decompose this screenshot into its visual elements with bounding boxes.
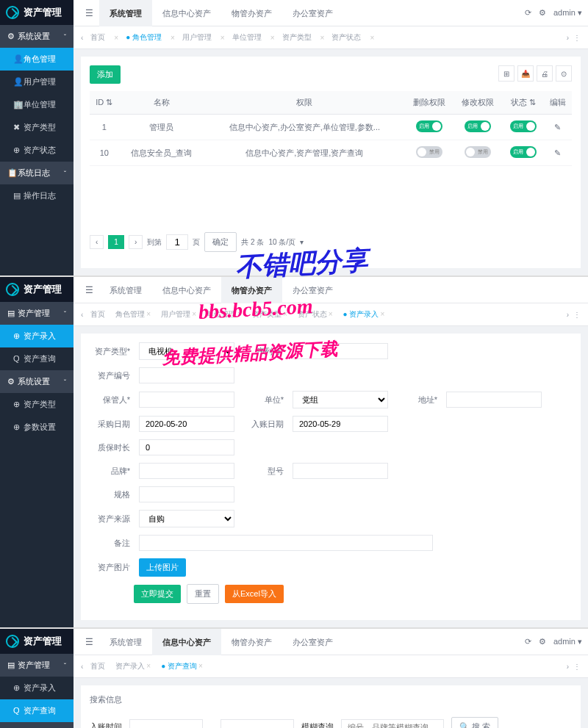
menu-section-asset[interactable]: ▤资产管理ˇ: [0, 654, 74, 677]
more-icon[interactable]: ⋮: [573, 34, 581, 42]
sidebar-item-query[interactable]: Q资产查询: [0, 347, 74, 370]
page-1[interactable]: 1: [108, 235, 124, 249]
bc-home[interactable]: 首页: [87, 660, 108, 673]
tab-info-center[interactable]: 信息中心资产: [152, 277, 221, 303]
warranty-input[interactable]: [139, 439, 234, 455]
tab-office[interactable]: 办公室资产: [282, 629, 343, 655]
source-select[interactable]: 自购: [139, 510, 234, 527]
close-icon[interactable]: ×: [114, 34, 118, 42]
close-icon[interactable]: ×: [370, 34, 374, 42]
page-input[interactable]: [166, 234, 188, 250]
bc-entry[interactable]: ● 资产录入×: [340, 308, 388, 321]
tab-info-center[interactable]: 信息中心资产: [152, 629, 221, 655]
bc-home[interactable]: 首页: [87, 308, 108, 321]
chevron-left-icon[interactable]: ‹: [81, 663, 83, 671]
chevron-left-icon[interactable]: ‹: [81, 311, 83, 319]
close-icon[interactable]: ×: [220, 34, 225, 42]
bc-entry[interactable]: 资产录入×: [112, 660, 154, 673]
sidebar-item-user[interactable]: 👤用户管理: [0, 71, 74, 93]
dashboard-icon[interactable]: ⚙: [539, 637, 546, 646]
add-button[interactable]: 添加: [90, 65, 121, 84]
chevron-right-icon[interactable]: ›: [567, 311, 569, 319]
menu-toggle-icon[interactable]: ☰: [79, 8, 99, 18]
bc-type[interactable]: 资产类型×: [249, 308, 290, 321]
tab-office[interactable]: 办公室资产: [282, 277, 343, 303]
print-icon[interactable]: 🖨: [537, 65, 553, 82]
bc-status[interactable]: 资产状态×: [295, 308, 336, 321]
fuzzy-input[interactable]: [341, 719, 444, 729]
bc-role[interactable]: ● 角色管理: [123, 31, 165, 44]
refresh-icon[interactable]: ⟳: [525, 637, 531, 646]
sidebar-item-type[interactable]: ✖资产类型: [0, 116, 74, 139]
tab-property[interactable]: 物管办资产: [221, 277, 282, 303]
sidebar-item-params[interactable]: ⊕参数设置: [0, 416, 74, 439]
model-input[interactable]: [293, 463, 388, 479]
tab-office[interactable]: 办公室资产: [282, 0, 343, 26]
tab-property[interactable]: 物管办资产: [221, 629, 282, 655]
prev-page[interactable]: ‹: [90, 235, 104, 249]
time-from-input[interactable]: [129, 719, 203, 729]
export-icon[interactable]: 📥: [517, 65, 534, 82]
bc-home[interactable]: 首页: [87, 31, 108, 44]
bc-unit[interactable]: 单位管理×: [204, 308, 245, 321]
close-icon[interactable]: ×: [320, 34, 325, 42]
chevron-left-icon[interactable]: ‹: [81, 34, 83, 42]
unit-select[interactable]: 党组: [293, 391, 388, 408]
close-icon[interactable]: ×: [171, 34, 175, 42]
tab-system[interactable]: 系统管理: [99, 0, 152, 26]
sidebar-item-entry[interactable]: ⊕资产录入: [0, 325, 74, 347]
menu-toggle-icon[interactable]: ☰: [79, 637, 99, 647]
entry-date-input[interactable]: [293, 416, 388, 432]
sidebar-item-entry[interactable]: ⊕资产录入: [0, 677, 74, 699]
menu-section-system[interactable]: ⚙系统设置ˇ: [0, 25, 74, 48]
submit-button[interactable]: 立即提交: [134, 585, 181, 603]
asset-type-select[interactable]: 电视机: [139, 342, 234, 360]
sidebar-item-oplog[interactable]: ▤操作日志: [0, 184, 74, 207]
tab-property[interactable]: 物管办资产: [221, 0, 282, 26]
bc-user[interactable]: 用户管理×: [158, 308, 199, 321]
asset-no-input[interactable]: [139, 367, 234, 383]
sidebar-item-query[interactable]: Q资产查询: [0, 699, 74, 722]
settings-icon[interactable]: ⊙: [556, 65, 572, 82]
bc-type[interactable]: 资产类型: [279, 31, 315, 44]
bc-status[interactable]: 资产状态: [329, 31, 364, 44]
toggle-delete[interactable]: 启用: [416, 120, 442, 132]
refresh-icon[interactable]: ⟳: [525, 8, 531, 18]
sidebar-item-type[interactable]: ⊕资产类型: [0, 393, 74, 416]
sidebar-item-role[interactable]: 👤角色管理: [0, 48, 74, 71]
next-page[interactable]: ›: [129, 235, 143, 249]
toggle-modify[interactable]: 禁用: [465, 146, 491, 158]
edit-icon[interactable]: ✎: [554, 148, 561, 157]
toggle-status[interactable]: 启用: [510, 120, 537, 132]
buy-date-input[interactable]: [139, 416, 234, 432]
bc-query[interactable]: ● 资产查询×: [158, 660, 206, 673]
toggle-delete[interactable]: 禁用: [416, 146, 442, 158]
user-label[interactable]: admin ▾: [553, 637, 582, 646]
keeper-input[interactable]: [139, 392, 234, 408]
chevron-right-icon[interactable]: ›: [567, 34, 569, 42]
reset-button[interactable]: 重置: [187, 584, 219, 604]
filter-icon[interactable]: ⊞: [498, 65, 514, 82]
time-to-input[interactable]: [220, 719, 294, 729]
brand-input[interactable]: [139, 463, 234, 479]
edit-icon[interactable]: ✎: [554, 123, 561, 131]
location-input[interactable]: [446, 392, 542, 408]
toggle-status[interactable]: 启用: [510, 146, 537, 158]
menu-section-log[interactable]: 📋系统日志ˇ: [0, 162, 74, 184]
sidebar-item-status[interactable]: ⊕资产状态: [0, 139, 74, 162]
bc-role[interactable]: 角色管理×: [112, 308, 154, 321]
search-button[interactable]: 🔍 搜 索: [451, 717, 498, 728]
serial-input[interactable]: [293, 343, 388, 359]
goto-button[interactable]: 确定: [204, 232, 237, 252]
user-label[interactable]: admin ▾: [553, 8, 582, 18]
menu-section-settings[interactable]: ⚙系统设置ˇ: [0, 722, 74, 728]
more-icon[interactable]: ⋮: [573, 663, 581, 671]
perpage-dropdown[interactable]: ▾: [300, 238, 304, 246]
menu-toggle-icon[interactable]: ☰: [79, 285, 99, 295]
remark-input[interactable]: [139, 535, 433, 551]
col-status[interactable]: 状态 ⇅: [502, 91, 543, 115]
tab-system[interactable]: 系统管理: [99, 629, 152, 655]
col-id[interactable]: ID ⇅: [90, 91, 119, 115]
bc-unit[interactable]: 单位管理: [229, 31, 265, 44]
menu-section-asset[interactable]: ▤资产管理ˇ: [0, 302, 74, 325]
